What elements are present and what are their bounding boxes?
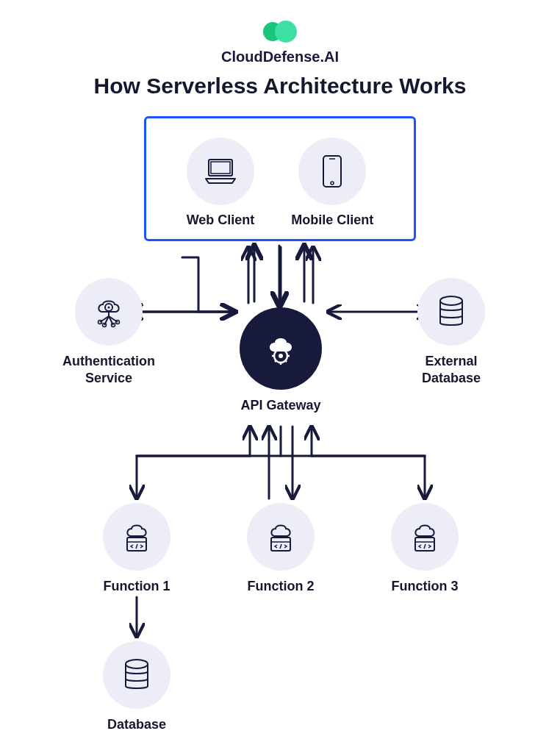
external-database-label: External Database (422, 353, 481, 386)
api-gateway-label: API Gateway (240, 397, 320, 414)
database-node: Database (93, 641, 181, 733)
svg-line-42 (285, 350, 287, 351)
auth-service-icon (75, 278, 143, 346)
svg-line-51 (424, 544, 426, 549)
database-icon (103, 641, 170, 709)
svg-point-34 (279, 354, 283, 358)
function-1-label: Function 1 (104, 578, 170, 595)
web-client-node: Web Client (187, 138, 255, 228)
mobile-client-label: Mobile Client (291, 213, 373, 228)
function-3-node: Function 3 (381, 503, 469, 595)
svg-line-45 (136, 544, 137, 549)
function-2-label: Function 2 (248, 578, 315, 595)
svg-rect-17 (211, 162, 230, 174)
auth-service-label: Authentication Service (62, 353, 155, 386)
clients-group: Web Client Mobile Client (144, 116, 416, 241)
svg-point-19 (331, 182, 334, 185)
cloud-code-icon (103, 503, 170, 571)
api-gateway-node: API Gateway (240, 307, 322, 414)
svg-rect-46 (271, 538, 290, 551)
auth-service-node: Authentication Service (50, 278, 168, 386)
svg-line-41 (275, 360, 276, 362)
function-2-node: Function 2 (237, 503, 325, 595)
svg-point-22 (108, 307, 110, 309)
svg-rect-49 (415, 538, 434, 551)
external-database-node: External Database (392, 278, 510, 386)
diagram-title: How Serverless Architecture Works (0, 74, 560, 99)
brand-name: CloudDefense.AI (0, 49, 560, 65)
function-3-label: Function 3 (392, 578, 459, 595)
cloud-gear-icon (240, 307, 322, 390)
svg-line-48 (280, 544, 281, 549)
database-label: Database (107, 716, 166, 733)
function-1-node: Function 1 (93, 503, 181, 595)
cloud-code-icon (247, 503, 315, 571)
web-client-label: Web Client (187, 213, 255, 228)
svg-line-40 (285, 360, 287, 362)
brand-logo: CloudDefense.AI (0, 21, 560, 65)
laptop-icon (187, 138, 254, 205)
logo-mark-icon (262, 21, 298, 43)
phone-icon (298, 138, 366, 205)
cloud-code-icon (391, 503, 459, 571)
svg-line-39 (275, 350, 276, 351)
svg-point-32 (440, 296, 462, 305)
svg-point-52 (126, 660, 148, 668)
svg-rect-43 (127, 538, 146, 551)
mobile-client-node: Mobile Client (291, 138, 373, 228)
database-icon (417, 278, 485, 346)
